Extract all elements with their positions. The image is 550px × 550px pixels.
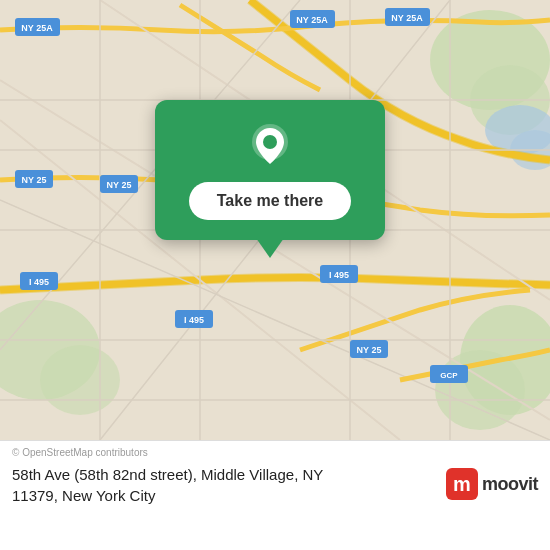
svg-text:NY 25: NY 25 — [107, 180, 132, 190]
address-line2: 11379, New York City — [12, 487, 155, 504]
address-line1: 58th Ave (58th 82nd street), Middle Vill… — [12, 466, 323, 483]
svg-text:I 495: I 495 — [29, 277, 49, 287]
moovit-icon: m — [446, 468, 478, 500]
svg-text:NY 25A: NY 25A — [391, 13, 423, 23]
moovit-brand-name: moovit — [482, 474, 538, 495]
map-view: NY 25A NY 25A NY 25A NY 25 NY 25 NY 25 I… — [0, 0, 550, 440]
attribution-text: © OpenStreetMap contributors — [12, 447, 538, 458]
svg-text:m: m — [453, 473, 471, 495]
attribution-label: © OpenStreetMap contributors — [12, 447, 148, 458]
info-bar: © OpenStreetMap contributors 58th Ave (5… — [0, 440, 550, 550]
take-me-there-button[interactable]: Take me there — [189, 182, 351, 220]
location-pin-icon — [246, 122, 294, 170]
svg-text:NY 25: NY 25 — [357, 345, 382, 355]
svg-text:I 495: I 495 — [329, 270, 349, 280]
svg-text:NY 25A: NY 25A — [21, 23, 53, 33]
svg-text:NY 25A: NY 25A — [296, 15, 328, 25]
svg-point-45 — [263, 135, 277, 149]
address-row: 58th Ave (58th 82nd street), Middle Vill… — [12, 464, 538, 506]
svg-text:I 495: I 495 — [184, 315, 204, 325]
svg-text:NY 25: NY 25 — [22, 175, 47, 185]
address-text: 58th Ave (58th 82nd street), Middle Vill… — [12, 464, 434, 506]
svg-point-6 — [40, 345, 120, 415]
moovit-logo: m moovit — [446, 468, 538, 500]
callout-card: Take me there — [155, 100, 385, 240]
svg-text:GCP: GCP — [440, 371, 458, 380]
